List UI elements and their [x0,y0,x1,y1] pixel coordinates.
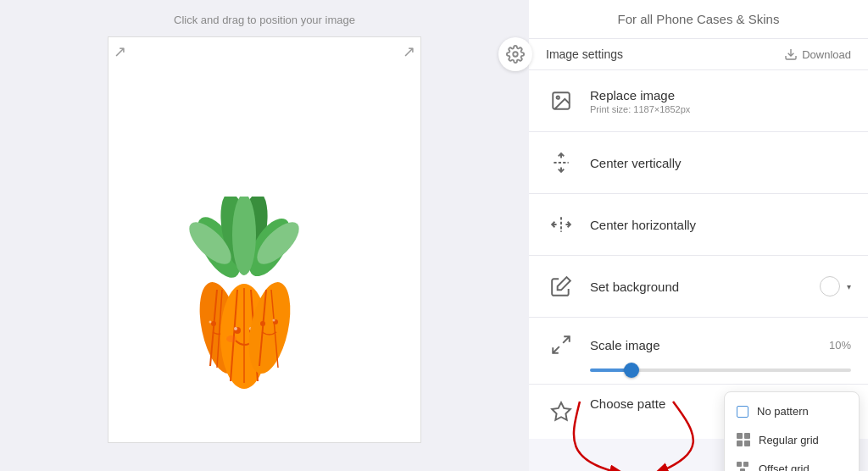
color-circle[interactable] [820,276,840,296]
download-button[interactable]: Download [784,47,851,61]
scale-slider[interactable] [590,368,851,372]
image-icon [546,86,576,116]
replace-image-row[interactable]: Replace image Print size: 1187×1852px [529,70,868,132]
svg-point-12 [209,321,212,324]
gear-icon-button[interactable] [498,37,532,71]
offset-grid-option[interactable]: Offset grid [725,454,859,471]
regular-grid-label: Regular grid [759,434,819,446]
svg-marker-42 [552,402,570,420]
slider-thumb[interactable] [624,363,639,378]
choose-pattern-row[interactable]: Choose patte No pattern Regular grid [529,385,868,439]
svg-point-29 [513,52,518,57]
download-label: Download [802,48,851,61]
center-horizontally-content: Center horizontally [590,218,851,232]
svg-point-10 [211,321,216,326]
center-horizontally-title: Center horizontally [590,218,851,232]
background-color-control[interactable]: ▾ [820,276,851,296]
corner-arrow-tr: ↗ [403,42,415,61]
regular-grid-option[interactable]: Regular grid [725,425,859,454]
settings-label: Image settings [546,47,623,61]
scale-percent: 10% [829,339,851,352]
carrot-image [159,197,329,391]
svg-point-28 [273,319,275,322]
scale-title: Scale image [590,338,660,352]
drag-hint: Click and drag to position your image [174,14,355,26]
settings-list: Replace image Print size: 1187×1852px Ce… [529,70,868,471]
svg-marker-39 [558,277,570,290]
offset-grid-icon [737,462,750,471]
set-background-content: Set background [590,280,806,294]
no-pattern-checkbox[interactable] [737,406,748,418]
scale-image-row[interactable]: Scale image 10% [529,318,868,385]
svg-point-32 [557,97,559,99]
svg-point-21 [226,335,236,342]
svg-point-4 [232,197,256,275]
set-background-title: Set background [590,280,806,294]
replace-image-content: Replace image Print size: 1187×1852px [590,88,851,114]
right-panel: For all Phone Cases & Skins Image settin… [529,0,868,471]
left-panel: Click and drag to position your image ↗ … [0,0,529,471]
panel-title: For all Phone Cases & Skins [618,12,780,26]
regular-grid-icon [737,433,750,446]
offset-grid-label: Offset grid [759,463,810,472]
chevron-down-icon[interactable]: ▾ [847,282,851,291]
pattern-icon [546,396,576,427]
replace-image-title: Replace image [590,88,851,103]
canvas-area[interactable]: ↗ ↗ [108,36,421,443]
no-pattern-option[interactable]: No pattern [725,397,859,425]
svg-line-40 [563,336,570,343]
settings-bar: Image settings Download [529,39,868,70]
svg-point-19 [234,327,237,330]
center-horizontally-row[interactable]: Center horizontally [529,194,868,256]
panel-header: For all Phone Cases & Skins [529,0,868,39]
scale-header: Scale image 10% [546,330,851,360]
set-background-row[interactable]: Set background ▾ [529,256,868,318]
download-icon [784,47,798,61]
center-vertically-title: Center vertically [590,156,851,170]
replace-image-subtitle: Print size: 1187×1852px [590,104,851,114]
scale-icon [546,330,576,360]
center-h-icon [546,209,576,240]
no-pattern-label: No pattern [757,405,809,418]
corner-arrow-tl: ↗ [114,42,126,61]
center-vertically-content: Center vertically [590,156,851,170]
center-vertically-row[interactable]: Center vertically [529,132,868,194]
pattern-dropdown: No pattern Regular grid [724,391,860,471]
svg-point-26 [260,321,265,326]
gear-icon [506,45,525,64]
center-v-icon [546,147,576,178]
paint-icon [546,271,576,302]
svg-line-41 [553,346,559,353]
